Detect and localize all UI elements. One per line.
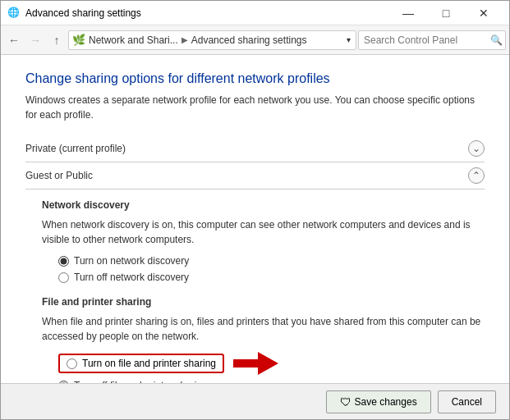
back-button[interactable]: ← bbox=[4, 30, 24, 50]
red-arrow-icon bbox=[229, 352, 278, 375]
private-header[interactable]: Private (current profile) ⌄ bbox=[25, 135, 485, 162]
fps-on-label: Turn on file and printer sharing bbox=[82, 358, 216, 369]
breadcrumb-separator: ▶ bbox=[181, 35, 188, 44]
breadcrumb-bar: 🌿 Network and Shari... ▶ Advanced sharin… bbox=[68, 30, 356, 50]
content-area: Change sharing options for different net… bbox=[1, 55, 509, 383]
breadcrumb-part1: Network and Shari... bbox=[89, 34, 178, 46]
cancel-button[interactable]: Cancel bbox=[438, 390, 496, 413]
search-icon: 🔍 bbox=[490, 34, 503, 46]
nd-off-label: Turn off network discovery bbox=[74, 272, 189, 283]
guest-toggle[interactable]: ⌃ bbox=[468, 167, 485, 184]
nd-on-label: Turn on network discovery bbox=[74, 255, 189, 267]
close-button[interactable]: ✕ bbox=[465, 1, 503, 25]
footer: 🛡 Save changes Cancel bbox=[1, 383, 509, 419]
shield-icon: 🛡 bbox=[340, 395, 351, 409]
file-printer-subsection: File and printer sharing When file and p… bbox=[42, 296, 485, 383]
network-discovery-options: Turn on network discovery Turn off netwo… bbox=[58, 255, 485, 283]
fps-on-option[interactable]: Turn on file and printer sharing bbox=[58, 354, 224, 373]
search-input[interactable] bbox=[364, 34, 487, 46]
nd-off-option[interactable]: Turn off network discovery bbox=[58, 272, 485, 283]
breadcrumb-dropdown-button[interactable]: ▾ bbox=[345, 35, 352, 44]
file-printer-options: Turn on file and printer sharing Turn of… bbox=[58, 352, 485, 383]
forward-button[interactable]: → bbox=[25, 30, 45, 50]
network-discovery-subsection: Network discovery When network discovery… bbox=[42, 199, 485, 283]
private-section: Private (current profile) ⌄ bbox=[25, 135, 485, 162]
up-button[interactable]: ↑ bbox=[47, 30, 67, 50]
title-bar: 🌐 Advanced sharing settings — □ ✕ bbox=[1, 1, 509, 25]
address-bar: ← → ↑ 🌿 Network and Shari... ▶ Advanced … bbox=[1, 25, 509, 55]
network-discovery-title: Network discovery bbox=[42, 199, 485, 211]
network-discovery-desc: When network discovery is on, this compu… bbox=[42, 217, 485, 247]
file-printer-desc: When file and printer sharing is on, fil… bbox=[42, 314, 485, 344]
title-bar-buttons: — □ ✕ bbox=[389, 1, 503, 25]
main-window: 🌐 Advanced sharing settings — □ ✕ ← → ↑ … bbox=[0, 0, 510, 420]
cancel-label: Cancel bbox=[452, 396, 482, 408]
window-icon: 🌐 bbox=[7, 7, 21, 20]
nd-on-radio[interactable] bbox=[58, 256, 69, 267]
save-label: Save changes bbox=[355, 396, 417, 408]
maximize-button[interactable]: □ bbox=[427, 1, 465, 25]
guest-label: Guest or Public bbox=[25, 170, 468, 181]
breadcrumb-part2: Advanced sharing settings bbox=[191, 34, 307, 46]
nd-off-radio[interactable] bbox=[58, 272, 69, 283]
guest-content: Network discovery When network discovery… bbox=[25, 189, 485, 383]
svg-marker-0 bbox=[233, 352, 278, 375]
search-bar: 🔍 bbox=[358, 30, 506, 50]
file-printer-title: File and printer sharing bbox=[42, 296, 485, 308]
private-toggle[interactable]: ⌄ bbox=[468, 140, 485, 157]
minimize-button[interactable]: — bbox=[389, 1, 427, 25]
guest-header[interactable]: Guest or Public ⌃ bbox=[25, 162, 485, 189]
nd-on-option[interactable]: Turn on network discovery bbox=[58, 255, 485, 267]
private-label: Private (current profile) bbox=[25, 143, 468, 154]
page-title: Change sharing options for different net… bbox=[25, 71, 485, 86]
fps-on-radio[interactable] bbox=[67, 358, 77, 369]
fps-on-row: Turn on file and printer sharing bbox=[58, 352, 485, 375]
page-description: Windows creates a separate network profi… bbox=[25, 93, 485, 122]
guest-section: Guest or Public ⌃ Network discovery When… bbox=[25, 162, 485, 383]
window-title: Advanced sharing settings bbox=[25, 7, 389, 19]
breadcrumb-network-icon: 🌿 bbox=[72, 34, 85, 46]
save-button[interactable]: 🛡 Save changes bbox=[326, 390, 431, 413]
